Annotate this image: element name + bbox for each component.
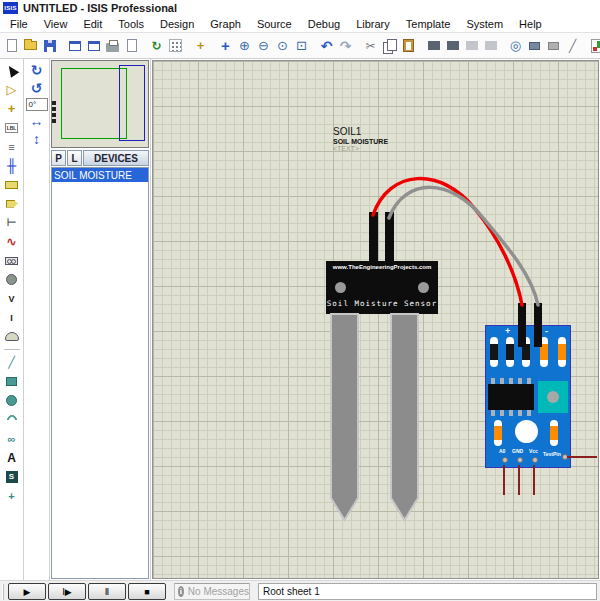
message-panel[interactable]: i No Messages <box>174 583 250 600</box>
2d-marker-mode-button[interactable]: + <box>2 486 22 505</box>
instrument-icon <box>5 332 19 341</box>
overview-window[interactable] <box>51 60 149 148</box>
2d-symbol-icon: S <box>6 471 18 483</box>
pause-button[interactable]: Ⅱ <box>88 583 126 600</box>
menu-debug[interactable]: Debug <box>300 18 348 30</box>
schematic-canvas[interactable]: SOIL1 SOIL MOISTURE <TEXT> www.TheEngine… <box>152 60 599 579</box>
rotate-clockwise-button[interactable]: ↻ <box>27 62 47 78</box>
graph-mode-button[interactable]: ∿ <box>2 232 22 251</box>
2d-circle-mode-button[interactable] <box>2 391 22 410</box>
print-button[interactable] <box>103 36 122 55</box>
menu-template[interactable]: Template <box>398 18 459 30</box>
mirror-vertical-button[interactable]: ↕ <box>27 131 47 147</box>
tape-recorder-mode-button[interactable] <box>2 251 22 270</box>
origin-button[interactable]: + <box>191 36 210 55</box>
export-section-button[interactable] <box>84 36 103 55</box>
block-rotate-button[interactable] <box>462 36 481 55</box>
library-manager-button[interactable]: L <box>67 150 82 166</box>
pan-button[interactable]: + <box>216 36 235 55</box>
2d-arc-mode-button[interactable] <box>2 410 22 429</box>
zoom-in-button[interactable]: ⊕ <box>235 36 254 55</box>
zoom-out-button[interactable]: ⊖ <box>254 36 273 55</box>
terminal-mode-button[interactable] <box>2 194 22 213</box>
toggle-grid-button[interactable] <box>166 36 185 55</box>
menu-view[interactable]: View <box>36 18 76 30</box>
2d-text-mode-button[interactable]: A <box>2 448 22 467</box>
import-section-button[interactable] <box>65 36 84 55</box>
module-minus-label: - <box>545 326 548 336</box>
device-list-item-soil-moisture[interactable]: SOIL MOISTURE <box>52 168 148 182</box>
packaging-tool-button[interactable] <box>544 36 563 55</box>
sensor-prong-right <box>391 314 418 520</box>
instrument-mode-button[interactable] <box>2 327 22 346</box>
make-device-button[interactable] <box>525 36 544 55</box>
netlist-to-ares-button[interactable] <box>588 36 600 55</box>
open-file-button[interactable] <box>21 36 40 55</box>
overview-sheet-outline <box>61 68 127 139</box>
generator-mode-button[interactable] <box>2 270 22 289</box>
sensor-label-text: Soil Moisture Sensor <box>326 299 438 308</box>
selection-mode-button[interactable] <box>2 61 22 80</box>
mirror-horizontal-button[interactable]: ↔ <box>27 113 47 129</box>
rotate-anticlockwise-button[interactable]: ↺ <box>27 80 47 96</box>
zoom-area-button[interactable]: ⊡ <box>292 36 311 55</box>
pick-parts-button[interactable]: ◎ <box>506 36 525 55</box>
new-file-button[interactable] <box>2 36 21 55</box>
info-icon: i <box>178 586 184 597</box>
component-mode-button[interactable]: ▷ <box>2 80 22 99</box>
text-script-mode-button[interactable]: ≡ <box>2 137 22 156</box>
subcircuit-mode-button[interactable] <box>2 175 22 194</box>
2d-line-mode-button[interactable]: ╱ <box>2 353 22 372</box>
menu-system[interactable]: System <box>458 18 511 30</box>
wire-label-mode-button[interactable]: LBL <box>2 118 22 137</box>
2d-box-mode-button[interactable] <box>2 372 22 391</box>
menu-graph[interactable]: Graph <box>202 18 249 30</box>
rotation-angle-input[interactable]: 0° <box>26 98 48 111</box>
device-pins-mode-button[interactable]: ⊢ <box>2 213 22 232</box>
pick-devices-button[interactable]: P <box>51 150 66 166</box>
pin-pad-a0[interactable] <box>502 457 508 463</box>
resistor-black-2 <box>506 337 514 367</box>
undo-button[interactable]: ↶ <box>317 36 336 55</box>
pin-pad-vcc[interactable] <box>532 457 538 463</box>
redraw-button[interactable]: ↻ <box>147 36 166 55</box>
menu-edit[interactable]: Edit <box>75 18 110 30</box>
soil-moisture-sensor[interactable]: www.TheEngineeringProjects.com Soil Mois… <box>326 261 438 314</box>
sensor-driver-module[interactable]: + - A0 GND Vcc TestPin <box>485 325 571 468</box>
block-delete-button[interactable] <box>481 36 500 55</box>
save-file-button[interactable] <box>40 36 59 55</box>
2d-path-mode-button[interactable]: ∞ <box>2 429 22 448</box>
packaging-tool-icon <box>548 42 559 50</box>
resistor-orange-1 <box>540 337 548 367</box>
block-move-icon <box>447 41 459 50</box>
copy-button[interactable] <box>380 36 399 55</box>
current-probe-mode-button[interactable]: I <box>2 308 22 327</box>
menu-file[interactable]: File <box>2 18 36 30</box>
menu-design[interactable]: Design <box>152 18 202 30</box>
menu-tools[interactable]: Tools <box>110 18 152 30</box>
resistor-black-3 <box>522 337 530 367</box>
zoom-all-button[interactable]: ⊙ <box>273 36 292 55</box>
block-copy-button[interactable] <box>424 36 443 55</box>
junction-dot-mode-button[interactable]: + <box>2 99 22 118</box>
buses-mode-button[interactable]: ╫ <box>2 156 22 175</box>
paste-button[interactable] <box>399 36 418 55</box>
devices-title: DEVICES <box>83 150 149 166</box>
menu-library[interactable]: Library <box>348 18 398 30</box>
menu-help[interactable]: Help <box>511 18 550 30</box>
voltage-probe-mode-button[interactable]: V <box>2 289 22 308</box>
menu-bar: File View Edit Tools Design Graph Source… <box>0 16 600 32</box>
block-move-button[interactable] <box>443 36 462 55</box>
cut-button[interactable]: ✂ <box>361 36 380 55</box>
menu-source[interactable]: Source <box>249 18 300 30</box>
message-text: No Messages <box>188 586 249 597</box>
play-button[interactable]: ▶ <box>8 583 46 600</box>
step-button[interactable]: Ⅰ▶ <box>48 583 86 600</box>
redo-button[interactable]: ↷ <box>336 36 355 55</box>
decompose-button[interactable]: ╱ <box>563 36 582 55</box>
pin-pad-testpin[interactable] <box>562 454 568 460</box>
2d-symbol-mode-button[interactable]: S <box>2 467 22 486</box>
stop-button[interactable]: ■ <box>128 583 166 600</box>
mark-output-area-button[interactable] <box>122 36 141 55</box>
pin-pad-gnd[interactable] <box>517 457 523 463</box>
